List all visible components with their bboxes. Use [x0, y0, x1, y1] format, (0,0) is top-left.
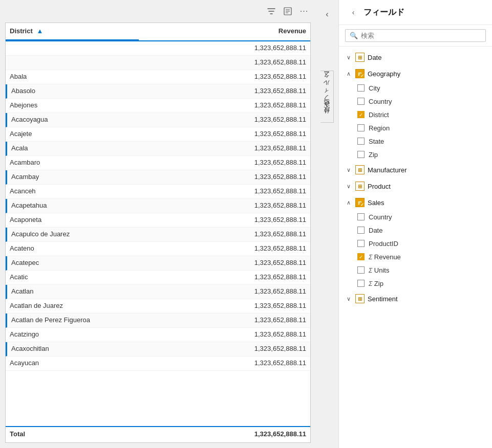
- district-cell: Abasolo: [7, 84, 140, 98]
- revenue-cell: 1,323,652,888.11: [140, 142, 310, 155]
- field-label-sales_date: Date: [369, 227, 382, 234]
- table-row[interactable]: Acatlan 1,323,652,888.11: [6, 285, 310, 299]
- field-item-revenue[interactable]: Σ Revenue: [339, 250, 492, 263]
- field-item-sales_country[interactable]: Country: [339, 210, 492, 223]
- field-item-productid[interactable]: ProductID: [339, 237, 492, 250]
- table-header: District ▲ Revenue: [6, 23, 310, 41]
- table-row[interactable]: Abala 1,323,652,888.11: [6, 70, 310, 84]
- table-row[interactable]: Acatlan de Juarez 1,323,652,888.11: [6, 299, 310, 313]
- revenue-cell: 1,323,652,888.11: [140, 228, 310, 241]
- checkbox-country[interactable]: [357, 98, 365, 105]
- vertical-filter-tab[interactable]: 絞り込みフィルター: [320, 71, 334, 123]
- table-row[interactable]: Acambay 1,323,652,888.11: [6, 170, 310, 185]
- table-row[interactable]: Acateno 1,323,652,888.11: [6, 242, 310, 256]
- expand-icon: ∨: [345, 167, 352, 173]
- fields-panel-header: ‹ フィールド: [339, 0, 492, 25]
- district-cell: Acanceh: [6, 185, 139, 198]
- checkbox-units[interactable]: [357, 266, 365, 274]
- table-row[interactable]: Acapulco de Juarez 1,323,652,888.11: [6, 228, 310, 242]
- checkbox-revenue[interactable]: [357, 253, 365, 260]
- field-group-header-sales[interactable]: ∧ ⊞ ✓ Sales: [339, 195, 492, 210]
- field-item-country[interactable]: Country: [339, 95, 492, 108]
- field-label-country: Country: [369, 98, 392, 105]
- fields-panel: ‹ フィールド 🔍 ∨⊞Date∧ ⊞ ✓ GeographyCityCount…: [338, 0, 492, 448]
- checkbox-sales_date[interactable]: [357, 227, 365, 234]
- expand-icon: ∨: [345, 296, 352, 302]
- table-icon: ⊞: [355, 165, 365, 174]
- field-item-sales_zip[interactable]: Σ Zip: [339, 277, 492, 290]
- table-row[interactable]: Acaponeta 1,323,652,888.11: [6, 213, 310, 228]
- table-row[interactable]: Acatepec 1,323,652,888.11: [6, 256, 310, 271]
- field-label-sales_country: Country: [369, 213, 392, 221]
- checkbox-district[interactable]: [357, 111, 365, 118]
- table-row[interactable]: Acapetahua 1,323,652,888.11: [6, 199, 310, 213]
- table-row[interactable]: 1,323,652,888.11: [6, 41, 310, 56]
- table-row[interactable]: Acanceh 1,323,652,888.11: [6, 185, 310, 199]
- table-row[interactable]: Acayucan 1,323,652,888.11: [6, 356, 310, 371]
- total-label: Total: [6, 427, 139, 442]
- table-row[interactable]: Acala 1,323,652,888.11: [6, 142, 310, 156]
- checkbox-sales_zip[interactable]: [357, 280, 365, 287]
- revenue-cell: 1,323,652,888.11: [140, 84, 310, 98]
- checkbox-state[interactable]: [357, 138, 365, 145]
- field-item-sales_date[interactable]: Date: [339, 223, 492, 237]
- field-group-header-geography[interactable]: ∧ ⊞ ✓ Geography: [339, 66, 492, 81]
- district-column-header[interactable]: District ▲: [6, 23, 139, 40]
- field-group-header-date[interactable]: ∨⊞Date: [339, 50, 492, 65]
- table-body[interactable]: 1,323,652,888.11 1,323,652,888.11 Abala …: [6, 41, 310, 426]
- revenue-cell: 1,323,652,888.11: [139, 356, 310, 370]
- field-group-header-manufacturer[interactable]: ∨⊞Manufacturer: [339, 162, 492, 177]
- district-cell: Acatic: [6, 271, 139, 284]
- table-row[interactable]: Acambaro 1,323,652,888.11: [6, 156, 310, 170]
- fields-panel-back-btn[interactable]: ‹: [347, 6, 359, 18]
- field-label-sales_zip: Σ Zip: [369, 280, 383, 287]
- table-row[interactable]: Acatic 1,323,652,888.11: [6, 271, 310, 285]
- revenue-column-header[interactable]: Revenue: [139, 23, 310, 40]
- checkbox-zip[interactable]: [357, 151, 365, 158]
- table-row[interactable]: Acatzingo 1,323,652,888.11: [6, 328, 310, 342]
- expand-icon: ∧: [345, 71, 352, 77]
- checkbox-city[interactable]: [357, 84, 365, 92]
- district-cell: Acatlan: [7, 285, 140, 299]
- district-cell: Acatzingo: [6, 328, 139, 342]
- table-row[interactable]: Abejones 1,323,652,888.11: [6, 99, 310, 113]
- table-footer: Total 1,323,652,888.11: [6, 426, 310, 442]
- filter-icon[interactable]: [266, 6, 277, 17]
- field-group-sales: ∧ ⊞ ✓ SalesCountryDateProductIDΣ Revenue…: [339, 195, 492, 290]
- expand-icon[interactable]: [282, 6, 293, 17]
- table-row[interactable]: Abasolo 1,323,652,888.11: [6, 84, 310, 99]
- district-cell: Acaponeta: [6, 213, 139, 227]
- district-cell: Acacoyagua: [7, 113, 140, 127]
- district-cell: [6, 56, 139, 70]
- table-icon: ⊞ ✓: [355, 198, 365, 207]
- expand-icon: ∧: [345, 199, 352, 206]
- table-row[interactable]: Acajete 1,323,652,888.11: [6, 127, 310, 142]
- collapse-left-btn[interactable]: ‹: [322, 9, 332, 19]
- field-group-manufacturer: ∨⊞Manufacturer: [339, 162, 492, 177]
- checkbox-region[interactable]: [357, 124, 365, 131]
- field-group-header-sentiment[interactable]: ∨⊞Sentiment: [339, 291, 492, 306]
- field-item-region[interactable]: Region: [339, 121, 492, 135]
- revenue-cell: 1,323,652,888.11: [139, 213, 310, 227]
- table-row[interactable]: Acaxochitlan 1,323,652,888.11: [6, 342, 310, 356]
- field-item-city[interactable]: City: [339, 81, 492, 95]
- field-label-state: State: [369, 138, 384, 145]
- revenue-cell: 1,323,652,888.11: [139, 328, 310, 342]
- table-row[interactable]: Acacoyagua 1,323,652,888.11: [6, 113, 310, 127]
- table-row[interactable]: 1,323,652,888.11: [6, 56, 310, 70]
- field-item-state[interactable]: State: [339, 135, 492, 148]
- district-cell: Acajete: [6, 127, 139, 141]
- table-row[interactable]: Acatlan de Perez Figueroa 1,323,652,888.…: [6, 313, 310, 328]
- checkbox-sales_country[interactable]: [357, 213, 365, 220]
- field-item-district[interactable]: District: [339, 108, 492, 121]
- field-label-zip: Zip: [369, 151, 378, 159]
- group-label-date: Date: [368, 54, 381, 61]
- field-item-zip[interactable]: Zip: [339, 148, 492, 161]
- more-options-icon[interactable]: ···: [298, 6, 310, 17]
- search-input[interactable]: [361, 32, 481, 39]
- field-group-header-product[interactable]: ∨⊞Product: [339, 178, 492, 194]
- search-container: 🔍: [339, 25, 492, 47]
- checkbox-productid[interactable]: [357, 240, 365, 247]
- toolbar: ···: [0, 0, 316, 23]
- field-item-units[interactable]: Σ Units: [339, 263, 492, 277]
